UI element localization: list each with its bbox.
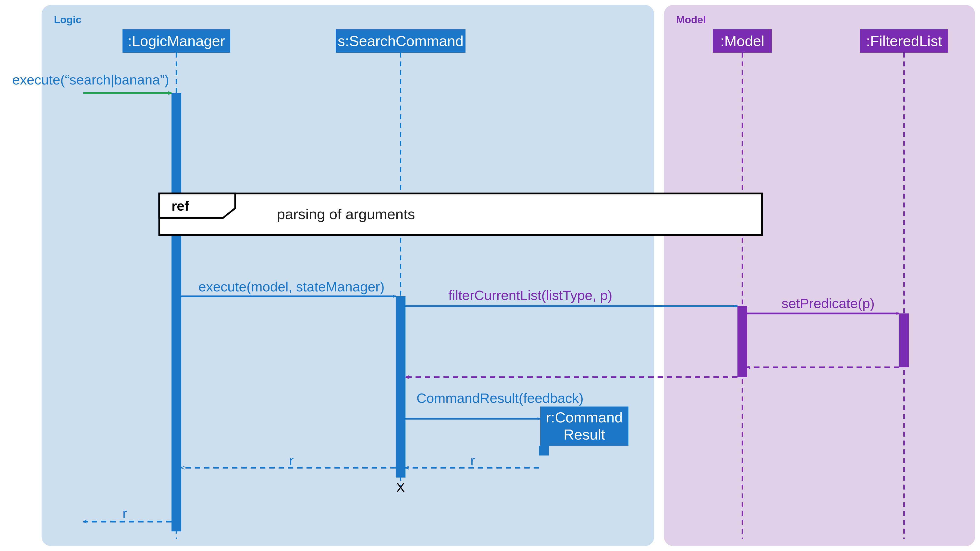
lifeline-search-command-label: s:SearchCommand xyxy=(337,33,463,49)
panel-model-title: Model xyxy=(676,14,706,25)
activation-logic-manager xyxy=(172,93,181,531)
msg-command-result-label: CommandResult(feedback) xyxy=(417,391,584,406)
ref-frame-text: parsing of arguments xyxy=(277,206,415,222)
activation-filtered-list xyxy=(899,313,909,367)
panel-model xyxy=(664,5,975,546)
msg-initial-execute-label: execute(“search|banana”) xyxy=(12,72,169,87)
svg-rect-8 xyxy=(159,194,762,235)
activation-model xyxy=(737,306,747,377)
ref-frame: ref parsing of arguments xyxy=(159,194,762,235)
return-r-2-label: r xyxy=(289,453,294,468)
return-r-1-label: r xyxy=(470,453,475,468)
ref-frame-label: ref xyxy=(172,198,189,214)
lifeline-command-result-label1: r:Command xyxy=(546,409,622,426)
lifeline-filtered-list-label: :FilteredList xyxy=(866,33,942,49)
msg-filter-current-label: filterCurrentList(listType, p) xyxy=(449,287,612,303)
return-r-3-label: r xyxy=(123,505,127,521)
lifeline-command-result-label2: Result xyxy=(563,426,605,443)
msg-set-predicate-label: setPredicate(p) xyxy=(781,295,875,311)
msg-execute-model-label: execute(model, stateManager) xyxy=(199,279,385,294)
svg-rect-10 xyxy=(539,446,549,456)
activation-search-command xyxy=(396,296,406,478)
panel-logic-title: Logic xyxy=(54,14,81,25)
destroy-mark: X xyxy=(396,480,405,495)
lifeline-model-label: :Model xyxy=(720,33,764,49)
sequence-diagram: Logic Model :LogicManager s:SearchComman… xyxy=(0,0,980,551)
lifeline-logic-manager-label: :LogicManager xyxy=(128,33,225,49)
